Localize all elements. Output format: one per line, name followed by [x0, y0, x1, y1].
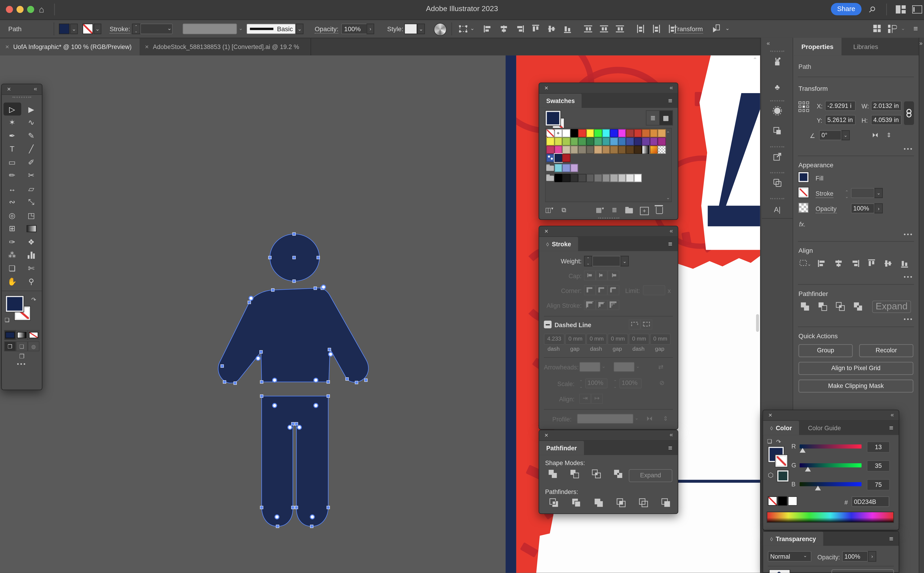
- swatch[interactable]: [586, 137, 594, 145]
- more-options-icon[interactable]: •••: [904, 316, 913, 322]
- swatch[interactable]: [610, 174, 618, 182]
- fill-proxy-swatch[interactable]: [546, 111, 560, 126]
- swatch-transparency[interactable]: [658, 146, 666, 153]
- make-clipping-mask-button[interactable]: Make Clipping Mask: [799, 380, 913, 393]
- swatch[interactable]: [554, 174, 562, 182]
- anchor-point[interactable]: [293, 232, 295, 235]
- y-field[interactable]: 5.2612 in: [825, 115, 856, 125]
- drag-handle[interactable]: [770, 100, 784, 102]
- close-tab-icon[interactable]: ×: [145, 43, 149, 50]
- anchor-point[interactable]: [295, 422, 298, 425]
- unite-icon[interactable]: [546, 469, 559, 481]
- swatch-gradient[interactable]: [642, 146, 650, 153]
- rectangle-tool[interactable]: ▭: [3, 155, 21, 168]
- swatch-gradient[interactable]: [650, 146, 657, 153]
- swatch[interactable]: [594, 174, 602, 182]
- collapse-panel-icon[interactable]: ‹‹: [670, 228, 672, 234]
- style-dropdown[interactable]: ⌄: [417, 23, 425, 34]
- anchor-point[interactable]: [293, 256, 295, 259]
- artboards-icon[interactable]: [762, 126, 793, 138]
- dashed-circle-icon[interactable]: [762, 106, 793, 118]
- weight-field[interactable]: [592, 256, 621, 266]
- swatch[interactable]: [570, 146, 578, 153]
- arrange-documents-icon[interactable]: [896, 5, 906, 14]
- opacity-label[interactable]: Opacity:: [314, 25, 338, 34]
- group-button[interactable]: Group: [799, 344, 853, 357]
- drag-handle[interactable]: [770, 172, 784, 173]
- collapse-panel-icon[interactable]: ‹‹: [891, 412, 893, 418]
- direct-selection-tool[interactable]: ▶: [22, 103, 40, 116]
- panel-menu-icon[interactable]: ≡: [889, 535, 893, 543]
- collapse-panel-icon[interactable]: ‹‹: [34, 86, 36, 92]
- bounding-box-chevron[interactable]: ⌄: [469, 23, 476, 34]
- align-middle-icon[interactable]: [882, 259, 894, 271]
- channel-slider-g[interactable]: [800, 463, 861, 467]
- hex-field[interactable]: 0D234B: [852, 496, 889, 507]
- appearance-fill-swatch[interactable]: [799, 172, 808, 182]
- anchor-point[interactable]: [233, 382, 236, 385]
- live-corner-widget[interactable]: [256, 356, 260, 360]
- swatch[interactable]: [570, 129, 578, 137]
- anchor-point[interactable]: [248, 301, 251, 304]
- brush-definition-field[interactable]: Basic: [246, 23, 295, 34]
- channel-value-b[interactable]: 75: [867, 479, 890, 490]
- isolate-chevron[interactable]: ⌄: [724, 23, 731, 34]
- anchor-point[interactable]: [293, 280, 295, 283]
- swatch[interactable]: [570, 137, 578, 145]
- scroll-up-icon[interactable]: ⌃: [666, 131, 670, 136]
- panel-chevron[interactable]: ⌄: [899, 23, 907, 34]
- dist-bottom-icon[interactable]: [615, 24, 625, 34]
- live-corner-widget[interactable]: [328, 352, 332, 356]
- swatch[interactable]: [650, 137, 657, 145]
- swatch[interactable]: [570, 174, 578, 182]
- shear-tool[interactable]: ▱: [22, 182, 40, 195]
- swatch[interactable]: [578, 129, 586, 137]
- swatch-options-icon[interactable]: ≣: [612, 206, 617, 214]
- pencil-tool[interactable]: ✏: [3, 169, 21, 182]
- shape-builder-tool[interactable]: ◎: [3, 209, 21, 222]
- minus-front-icon[interactable]: [816, 302, 829, 313]
- panel-menu-icon[interactable]: ≡: [889, 424, 893, 432]
- fill-gradient-mode-button[interactable]: [16, 330, 28, 340]
- stroke-label[interactable]: Stroke: [816, 190, 833, 198]
- swatch[interactable]: [562, 146, 570, 153]
- slider-thumb[interactable]: [800, 448, 806, 452]
- properties-grid-icon[interactable]: [873, 24, 883, 34]
- appearance-stroke-swatch[interactable]: [799, 187, 808, 197]
- bounding-box-icon[interactable]: [458, 24, 469, 34]
- live-corner-widget[interactable]: [314, 378, 318, 382]
- scroll-up-icon[interactable]: ⌃: [753, 56, 757, 63]
- anchor-point[interactable]: [260, 395, 263, 398]
- weight-dropdown[interactable]: ⌄: [621, 256, 629, 266]
- isolate-object-icon[interactable]: [711, 24, 721, 34]
- shaper-tool[interactable]: ∾: [3, 196, 21, 208]
- exclude-icon[interactable]: [852, 302, 865, 313]
- close-panel-icon[interactable]: ×: [544, 85, 548, 91]
- workspace-switcher-icon[interactable]: [912, 5, 922, 14]
- align-bottom-icon[interactable]: [898, 259, 911, 271]
- opacity-chevron[interactable]: ›: [367, 23, 374, 34]
- recolor-artwork-icon[interactable]: [434, 23, 447, 36]
- divide-icon[interactable]: [547, 498, 560, 510]
- perspective-grid-tool[interactable]: ◳: [22, 209, 40, 222]
- swatch-group-folder[interactable]: [546, 174, 554, 182]
- opacity-chevron[interactable]: ›: [868, 551, 876, 562]
- swatch-libraries-icon[interactable]: ◫▾: [545, 206, 551, 214]
- anchor-point[interactable]: [327, 506, 330, 509]
- anchor-point[interactable]: [328, 348, 331, 351]
- anchor-point[interactable]: [346, 377, 349, 380]
- live-corner-widget[interactable]: [314, 403, 318, 407]
- swatch[interactable]: [626, 137, 634, 145]
- swatch[interactable]: [626, 129, 634, 137]
- swatch[interactable]: [634, 129, 642, 137]
- anchor-point[interactable]: [295, 506, 298, 509]
- black-swatch[interactable]: [778, 496, 787, 506]
- align-center-h-icon[interactable]: [832, 259, 845, 271]
- magic-wand-tool[interactable]: ✶: [3, 116, 21, 129]
- effects-fx-button[interactable]: fx.: [799, 221, 805, 228]
- swatch[interactable]: [634, 137, 642, 145]
- swatch[interactable]: [626, 174, 634, 182]
- stroke-color-swatch[interactable]: [83, 23, 93, 34]
- curvature-tool[interactable]: ✎: [22, 129, 40, 142]
- live-corner-widget[interactable]: [322, 285, 325, 289]
